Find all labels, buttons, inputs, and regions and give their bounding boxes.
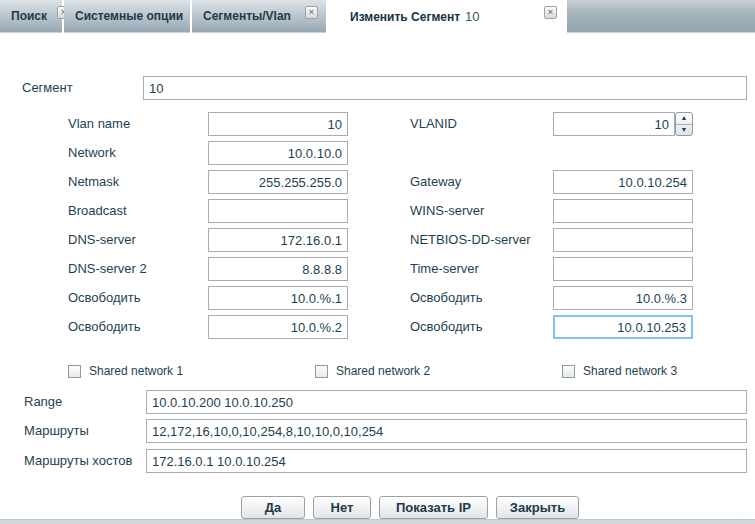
- netbios-dd-server-input[interactable]: [553, 228, 693, 252]
- time-server-label: Time-server: [410, 257, 479, 281]
- checkbox-icon[interactable]: [562, 365, 575, 378]
- dns-server2-input[interactable]: [208, 257, 348, 281]
- vlanid-spinner: ▲ ▼: [675, 112, 693, 136]
- tab-edit-segment-text: Изменить Сегмент 10: [350, 9, 480, 24]
- shared-network-3[interactable]: Shared network 3: [562, 364, 677, 378]
- shared-network-2-label: Shared network 2: [336, 364, 430, 378]
- button-row: Да Нет Показать IP Закрыть: [241, 496, 579, 519]
- release-1-input[interactable]: [208, 286, 348, 310]
- checkbox-icon[interactable]: [315, 365, 328, 378]
- tab-search[interactable]: Поиск ×: [0, 0, 62, 33]
- routes-input[interactable]: [146, 419, 747, 443]
- vlan-name-label: Vlan name: [68, 112, 130, 136]
- routes-label: Маршруты: [24, 419, 89, 443]
- dns-server-label: DNS-server: [68, 228, 136, 252]
- close-icon[interactable]: ×: [305, 6, 318, 19]
- network-label: Network: [68, 141, 116, 165]
- range-input[interactable]: [146, 390, 747, 414]
- wins-server-label: WINS-server: [410, 199, 484, 223]
- network-input[interactable]: [208, 141, 348, 165]
- vlanid-input[interactable]: [553, 112, 675, 136]
- shared-network-1[interactable]: Shared network 1: [68, 364, 183, 378]
- show-ip-button[interactable]: Показать IP: [379, 496, 488, 519]
- segment-input[interactable]: [143, 76, 747, 100]
- netmask-label: Netmask: [68, 170, 119, 194]
- time-server-input[interactable]: [553, 257, 693, 281]
- range-label: Range: [24, 390, 62, 414]
- tab-strip-filler: [567, 0, 755, 33]
- tab-edit-segment-label: Изменить Сегмент: [350, 10, 460, 24]
- tab-search-label: Поиск: [11, 9, 47, 23]
- release-2-input[interactable]: [208, 315, 348, 339]
- netbios-dd-server-label: NETBIOS-DD-server: [410, 228, 531, 252]
- shared-network-3-label: Shared network 3: [583, 364, 677, 378]
- wins-server-input[interactable]: [553, 199, 693, 223]
- dns-server-input[interactable]: [208, 228, 348, 252]
- broadcast-label: Broadcast: [68, 199, 127, 223]
- no-button[interactable]: Нет: [313, 496, 371, 519]
- spinner-up-icon[interactable]: ▲: [676, 113, 692, 125]
- gateway-label: Gateway: [410, 170, 461, 194]
- checkbox-icon[interactable]: [68, 365, 81, 378]
- release-1-label: Освободить: [68, 286, 141, 310]
- gateway-input[interactable]: [553, 170, 693, 194]
- release-2-label: Освободить: [68, 315, 141, 339]
- vlanid-label: VLANID: [410, 112, 457, 136]
- yes-button[interactable]: Да: [241, 496, 305, 519]
- dns-server2-label: DNS-server 2: [68, 257, 147, 281]
- host-routes-input[interactable]: [146, 449, 747, 473]
- tab-bar: Поиск × Системные опции × Сегменты/Vlan …: [0, 0, 755, 33]
- shared-network-1-label: Shared network 1: [89, 364, 183, 378]
- tab-system-options[interactable]: Системные опции ×: [64, 0, 190, 33]
- release-3-input[interactable]: [553, 286, 693, 310]
- vlan-name-input[interactable]: [208, 112, 348, 136]
- host-routes-label: Маршруты хостов: [24, 449, 132, 473]
- segment-label: Сегмент: [22, 76, 73, 100]
- tab-segments-vlan-label: Сегменты/Vlan: [203, 9, 291, 23]
- broadcast-input[interactable]: [208, 199, 348, 223]
- spinner-down-icon[interactable]: ▼: [676, 125, 692, 136]
- netmask-input[interactable]: [208, 170, 348, 194]
- tab-edit-segment[interactable]: Изменить Сегмент 10 ×: [328, 0, 565, 33]
- release-4-input-focused[interactable]: [553, 315, 693, 339]
- status-bar: [0, 519, 755, 524]
- tab-segments-vlan[interactable]: Сегменты/Vlan ×: [192, 0, 326, 33]
- release-3-label: Освободить: [410, 286, 483, 310]
- tab-system-options-label: Системные опции: [75, 9, 183, 23]
- tab-edit-segment-number: 10: [465, 9, 479, 24]
- shared-network-2[interactable]: Shared network 2: [315, 364, 430, 378]
- close-icon[interactable]: ×: [544, 6, 557, 19]
- release-4-label: Освободить: [410, 315, 483, 339]
- close-button[interactable]: Закрыть: [496, 496, 579, 519]
